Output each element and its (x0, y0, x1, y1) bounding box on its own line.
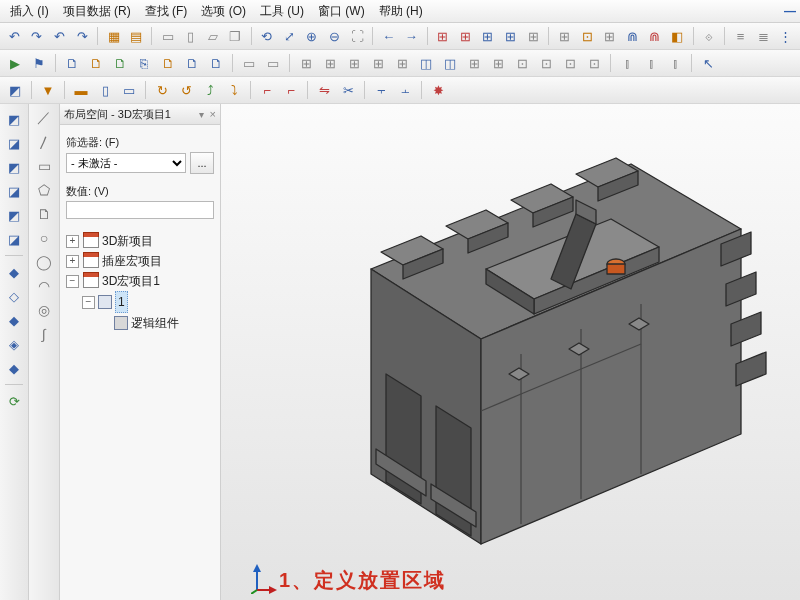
menu-project-data[interactable]: 项目数据 (R) (57, 1, 137, 22)
cube6-icon[interactable]: ◪ (3, 228, 25, 250)
prim2-icon[interactable]: ◇ (3, 285, 25, 307)
rail1-icon[interactable]: ⫿ (616, 52, 638, 74)
face3-icon[interactable]: ▭ (118, 79, 140, 101)
window-stack-icon[interactable]: ▱ (202, 25, 223, 47)
pin-icon[interactable]: ▾ (199, 109, 204, 120)
undo-list-icon[interactable]: ↶ (49, 25, 70, 47)
grid-c-icon[interactable]: ⊞ (478, 25, 499, 47)
new-doc2-icon[interactable]: 🗋 (85, 52, 107, 74)
mark-icon[interactable]: ✸ (427, 79, 449, 101)
menu-options[interactable]: 选项 (O) (195, 1, 252, 22)
arc-icon[interactable]: ◠ (33, 276, 55, 296)
forward-icon[interactable]: → (401, 25, 422, 47)
grid-a-icon[interactable]: ⊞ (432, 25, 453, 47)
align2-icon[interactable]: ⫠ (394, 79, 416, 101)
redo-list-icon[interactable]: ↷ (72, 25, 93, 47)
doc-export-icon[interactable]: 🗋 (181, 52, 203, 74)
comp12-icon[interactable]: ⊡ (559, 52, 581, 74)
zoom-out-icon[interactable]: ⊖ (324, 25, 345, 47)
rot2-icon[interactable]: ↺ (175, 79, 197, 101)
magnet2-icon[interactable]: ⋒ (645, 25, 666, 47)
tree-node-new-project[interactable]: +3D新项目 (66, 231, 214, 251)
circle-icon[interactable]: ○ (33, 228, 55, 248)
minimize-icon[interactable]: — (784, 4, 796, 18)
menu-window[interactable]: 窗口 (W) (312, 1, 371, 22)
window-icon[interactable]: ▭ (157, 25, 178, 47)
refresh-icon[interactable]: ⟲ (257, 25, 278, 47)
value-input[interactable] (66, 201, 214, 219)
menu-insert[interactable]: 插入 (I) (4, 1, 55, 22)
cube2-icon[interactable]: ◪ (3, 132, 25, 154)
cursor-icon[interactable]: ↖ (697, 52, 719, 74)
comp8-icon[interactable]: ⊞ (463, 52, 485, 74)
ellipse-icon[interactable]: ◯ (33, 252, 55, 272)
prim4-icon[interactable]: ◈ (3, 333, 25, 355)
filter-icon[interactable]: ▼ (37, 79, 59, 101)
menu-help[interactable]: 帮助 (H) (373, 1, 429, 22)
filter-select[interactable]: - 未激活 - (66, 153, 186, 173)
zoom-in-icon[interactable]: ⊕ (302, 25, 323, 47)
window-cascade-icon[interactable]: ❐ (225, 25, 246, 47)
back-icon[interactable]: ← (378, 25, 399, 47)
axis1-icon[interactable]: ⌐ (256, 79, 278, 101)
opt3-icon[interactable]: ⋮ (775, 25, 796, 47)
3d-viewport[interactable]: 1、定义放置区域 (221, 104, 800, 600)
grid-e-icon[interactable]: ⊞ (523, 25, 544, 47)
layout-grid-icon[interactable]: ▦ (103, 25, 124, 47)
comp4-icon[interactable]: ⊞ (367, 52, 389, 74)
line-icon[interactable]: ／ (33, 108, 55, 128)
cube1-icon[interactable]: ◩ (3, 108, 25, 130)
poly-icon[interactable]: ⬠ (33, 180, 55, 200)
doc-ok-icon[interactable]: 🗋 (109, 52, 131, 74)
prim1-icon[interactable]: ◆ (3, 261, 25, 283)
polyline-icon[interactable]: 〳 (33, 132, 55, 152)
zoom-window-icon[interactable]: ⤢ (279, 25, 300, 47)
doc-edit-icon[interactable]: 🗋 (157, 52, 179, 74)
grid-d-icon[interactable]: ⊞ (500, 25, 521, 47)
snap-point-icon[interactable]: ⊡ (577, 25, 598, 47)
comp9-icon[interactable]: ⊞ (487, 52, 509, 74)
cube3-icon[interactable]: ◩ (3, 156, 25, 178)
box2-icon[interactable]: ▭ (262, 52, 284, 74)
axis2-icon[interactable]: ⌐ (280, 79, 302, 101)
menu-tools[interactable]: 工具 (U) (254, 1, 310, 22)
comp13-icon[interactable]: ⊡ (583, 52, 605, 74)
measure-icon[interactable]: ⟐ (699, 25, 720, 47)
align1-icon[interactable]: ⫟ (370, 79, 392, 101)
comp5-icon[interactable]: ⊞ (391, 52, 413, 74)
clip-icon[interactable]: ✂ (337, 79, 359, 101)
comp11-icon[interactable]: ⊡ (535, 52, 557, 74)
layout-list-icon[interactable]: ▤ (126, 25, 147, 47)
comp7-icon[interactable]: ◫ (439, 52, 461, 74)
cube5-icon[interactable]: ◩ (3, 204, 25, 226)
tree-node-socket-macro[interactable]: +插座宏项目 (66, 251, 214, 271)
comp6-icon[interactable]: ◫ (415, 52, 437, 74)
spline-icon[interactable]: ∫ (33, 324, 55, 344)
rot3-icon[interactable]: ⤴ (199, 79, 221, 101)
snap-grid-icon[interactable]: ⊞ (554, 25, 575, 47)
ring-icon[interactable]: ◎ (33, 300, 55, 320)
window-tile-icon[interactable]: ▯ (180, 25, 201, 47)
undo-icon[interactable]: ↶ (4, 25, 25, 47)
prim5-icon[interactable]: ◆ (3, 357, 25, 379)
magnet-icon[interactable]: ⋒ (622, 25, 643, 47)
snap-ortho-icon[interactable]: ⊞ (599, 25, 620, 47)
rect-icon[interactable]: ▭ (33, 156, 55, 176)
face2-icon[interactable]: ▯ (94, 79, 116, 101)
comp1-icon[interactable]: ⊞ (295, 52, 317, 74)
tree-node-logic-component[interactable]: 逻辑组件 (66, 313, 214, 333)
rot4-icon[interactable]: ⤵ (223, 79, 245, 101)
comp2-icon[interactable]: ⊞ (319, 52, 341, 74)
cube4-icon[interactable]: ◪ (3, 180, 25, 202)
snap-end-icon[interactable]: ◧ (667, 25, 688, 47)
zoom-fit-icon[interactable]: ⛶ (347, 25, 368, 47)
prim3-icon[interactable]: ◆ (3, 309, 25, 331)
rail2-icon[interactable]: ⫿ (640, 52, 662, 74)
refresh2-icon[interactable]: ⟳ (3, 390, 25, 412)
doc-import-icon[interactable]: 🗋 (205, 52, 227, 74)
filter-browse-button[interactable]: ... (190, 152, 214, 174)
redo-icon[interactable]: ↷ (27, 25, 48, 47)
rot1-icon[interactable]: ↻ (151, 79, 173, 101)
new-doc-icon[interactable]: 🗋 (61, 52, 83, 74)
view3d-icon[interactable]: ◩ (4, 79, 26, 101)
